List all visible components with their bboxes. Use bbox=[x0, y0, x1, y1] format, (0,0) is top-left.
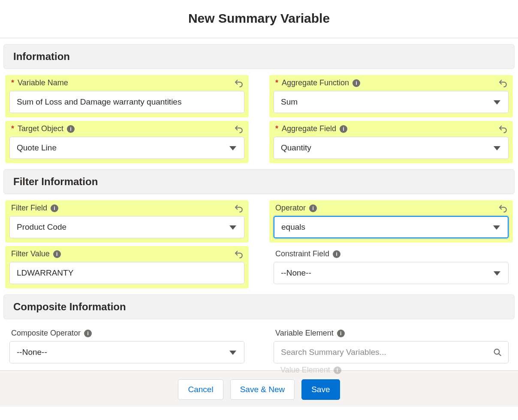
field-target-object: * Target Object i Quote Line bbox=[5, 121, 249, 163]
divider bbox=[0, 38, 518, 38]
section-information-header: Information bbox=[3, 44, 515, 69]
info-icon[interactable]: i bbox=[53, 250, 61, 258]
info-icon[interactable]: i bbox=[309, 204, 317, 212]
field-filter-field: Filter Field i Product Code bbox=[5, 200, 249, 243]
section-composite-header: Composite Information bbox=[3, 294, 515, 319]
label-composite-operator: Composite Operator bbox=[11, 329, 81, 338]
info-icon[interactable]: i bbox=[340, 125, 347, 133]
select-constraint-field[interactable]: --None-- bbox=[274, 262, 509, 284]
lookup-variable-element[interactable] bbox=[274, 341, 509, 363]
label-aggregate-field: Aggregate Field bbox=[282, 124, 336, 133]
undo-icon[interactable] bbox=[234, 124, 244, 134]
footer: Value Element i Cancel Save & New Save bbox=[0, 370, 518, 407]
label-target-object: Target Object bbox=[18, 124, 63, 133]
select-aggregate-function[interactable]: Sum bbox=[274, 91, 509, 113]
svg-line-1 bbox=[499, 354, 501, 356]
info-icon[interactable]: i bbox=[84, 330, 92, 337]
field-aggregate-function: * Aggregate Function i Sum bbox=[269, 75, 513, 117]
undo-icon[interactable] bbox=[498, 124, 508, 134]
field-filter-value: Filter Value i bbox=[5, 246, 249, 288]
label-operator: Operator bbox=[275, 204, 306, 213]
label-filter-field: Filter Field bbox=[11, 204, 47, 213]
label-variable-element: Variable Element bbox=[275, 329, 334, 338]
select-composite-operator[interactable]: --None-- bbox=[9, 341, 244, 363]
info-icon[interactable]: i bbox=[51, 204, 58, 212]
info-icon[interactable]: i bbox=[333, 250, 340, 258]
label-variable-name: Variable Name bbox=[18, 78, 68, 87]
field-variable-element: Variable Element i bbox=[269, 325, 513, 368]
info-icon[interactable]: i bbox=[337, 330, 345, 337]
undo-icon[interactable] bbox=[234, 249, 244, 259]
undo-icon[interactable] bbox=[234, 78, 244, 88]
required-asterisk: * bbox=[11, 78, 14, 87]
required-asterisk: * bbox=[275, 78, 278, 87]
input-variable-name[interactable] bbox=[9, 91, 244, 113]
select-operator[interactable]: equals bbox=[274, 216, 509, 238]
section-filter-header: Filter Information bbox=[3, 169, 515, 194]
label-constraint-field: Constraint Field bbox=[275, 249, 329, 258]
required-asterisk: * bbox=[11, 124, 14, 133]
select-filter-field[interactable]: Product Code bbox=[9, 216, 244, 238]
cancel-button[interactable]: Cancel bbox=[178, 379, 223, 400]
label-filter-value: Filter Value bbox=[11, 249, 50, 258]
info-icon[interactable]: i bbox=[67, 125, 75, 133]
undo-icon[interactable] bbox=[498, 78, 508, 88]
label-aggregate-function: Aggregate Function bbox=[282, 78, 349, 87]
select-aggregate-field[interactable]: Quantity bbox=[274, 137, 509, 159]
field-aggregate-field: * Aggregate Field i Quantity bbox=[269, 121, 513, 163]
save-and-new-button[interactable]: Save & New bbox=[230, 379, 295, 400]
required-asterisk: * bbox=[275, 124, 278, 133]
page-title: New Summary Variable bbox=[0, 0, 518, 38]
field-constraint-field: Constraint Field i --None-- bbox=[269, 246, 513, 288]
input-filter-value[interactable] bbox=[9, 262, 244, 284]
search-icon bbox=[493, 348, 502, 357]
save-button[interactable]: Save bbox=[301, 379, 340, 400]
field-operator: Operator i equals bbox=[269, 200, 513, 243]
undo-icon[interactable] bbox=[234, 204, 244, 213]
field-variable-name: * Variable Name bbox=[5, 75, 249, 117]
info-icon[interactable]: i bbox=[352, 79, 360, 87]
field-composite-operator: Composite Operator i --None-- bbox=[5, 325, 249, 368]
select-target-object[interactable]: Quote Line bbox=[9, 137, 244, 159]
undo-icon[interactable] bbox=[498, 204, 508, 213]
